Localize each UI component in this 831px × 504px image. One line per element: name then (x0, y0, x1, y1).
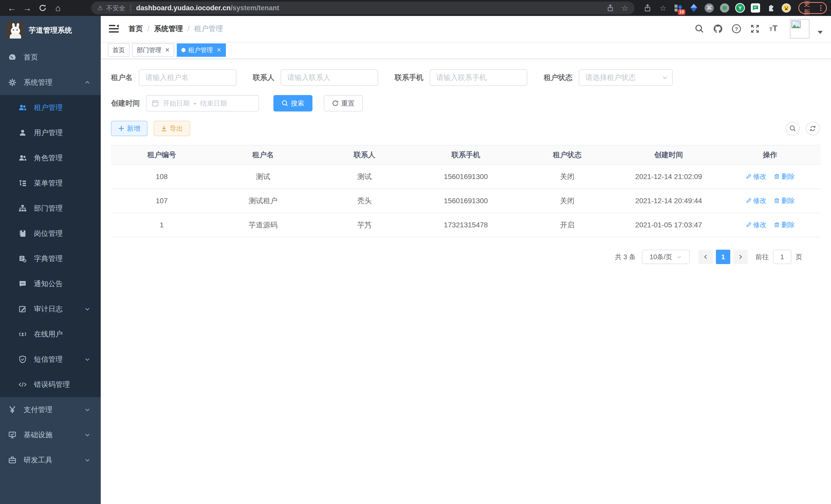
next-page-button[interactable] (733, 250, 748, 264)
puzzle-extensions-icon[interactable] (766, 3, 776, 13)
page-size-select[interactable]: 10条/页 (642, 250, 690, 264)
refresh-table-icon-button[interactable] (806, 121, 820, 136)
status-select[interactable]: 请选择租户状态 (579, 69, 673, 86)
edit-link[interactable]: 修改 (745, 172, 767, 181)
sidebar-item-5[interactable]: 菜单管理 (0, 171, 101, 196)
back-icon[interactable]: ← (4, 1, 20, 15)
bookmark-star-icon[interactable]: ☆ (621, 4, 628, 12)
delete-link[interactable]: 删除 (774, 196, 795, 205)
phone-label: 联系手机 (395, 73, 424, 83)
reset-button[interactable]: 重置 (324, 95, 363, 112)
edit-link[interactable]: 修改 (745, 196, 767, 205)
pay-yen-icon (8, 406, 17, 414)
share-icon[interactable] (643, 3, 652, 13)
cell-id: 107 (111, 189, 212, 213)
gear-icon (8, 78, 17, 87)
sidebar-item-2[interactable]: 租户管理 (0, 95, 101, 120)
chevron-left-icon (703, 254, 709, 260)
sidebar-item-3[interactable]: 用户管理 (0, 120, 101, 145)
edit-link[interactable]: 修改 (745, 220, 767, 229)
tab-2[interactable]: 租户管理✕ (177, 43, 226, 57)
page-number-button[interactable]: 1 (716, 250, 730, 264)
share-icon[interactable] (606, 4, 614, 12)
sidebar-item-13[interactable]: 错误码管理 (0, 372, 101, 397)
address-bar[interactable]: ⚠ 不安全 dashboard.yudao.iocoder.cn/system/… (91, 2, 634, 14)
cell-status: 关闭 (516, 189, 618, 213)
sidebar-item-label: 通知公告 (34, 279, 63, 289)
sidebar-item-16[interactable]: 研发工具 (0, 447, 101, 473)
date-start-placeholder: 开始日期 (163, 99, 190, 108)
contact-input[interactable] (281, 69, 378, 86)
chevron-right-icon (738, 254, 743, 260)
font-size-icon[interactable]: TT (768, 24, 779, 34)
sidebar-item-15[interactable]: 基础设施 (0, 422, 101, 447)
command-icon[interactable]: ⌘ (704, 3, 714, 13)
sidebar-item-label: 岗位管理 (34, 229, 63, 238)
breadcrumb-system[interactable]: 系统管理 (154, 24, 183, 34)
sidebar-item-label: 角色管理 (34, 153, 63, 163)
help-icon[interactable]: ? (731, 24, 742, 34)
infra-monitor-icon (8, 431, 17, 439)
app-logo[interactable]: 芋道管理系统 (0, 16, 101, 45)
sidebar-item-11[interactable]: 在线用户 (0, 322, 101, 347)
tab-0[interactable]: 首页 (108, 43, 130, 57)
tenant-name-label: 租户名 (111, 73, 133, 83)
chat-logo-icon[interactable] (751, 3, 760, 13)
cell-name: 测试租户 (212, 189, 314, 213)
emoji-avatar-icon[interactable] (781, 3, 791, 13)
cell-phone: 15601691300 (415, 165, 517, 189)
sidebar-item-9[interactable]: 通知公告 (0, 271, 101, 296)
date-separator: - (194, 99, 196, 108)
browser-menu-icon[interactable] (820, 5, 822, 11)
filter-row-1: 租户名 联系人 联系手机 租户状态 请选择租户状态 (111, 69, 821, 86)
add-button[interactable]: 新增 (111, 121, 147, 136)
cell-contact: 芋艿 (314, 213, 415, 237)
chevron-down-icon (662, 75, 668, 81)
status-dot-icon[interactable] (720, 3, 729, 13)
home-icon[interactable]: ⌂ (50, 1, 65, 15)
tenant-name-input[interactable] (139, 69, 236, 86)
tab-1[interactable]: 部门管理✕ (132, 43, 174, 57)
delete-link[interactable]: 删除 (774, 220, 795, 229)
header-search-icon[interactable] (694, 24, 705, 34)
search-button[interactable]: 搜索 (274, 95, 312, 112)
bookmark-star-icon[interactable]: ☆ (658, 3, 668, 13)
sidebar-item-12[interactable]: 短信管理 (0, 347, 101, 372)
sidebar-item-1[interactable]: 系统管理 (0, 70, 101, 95)
tab-close-icon[interactable]: ✕ (217, 47, 221, 53)
tab-close-icon[interactable]: ✕ (165, 47, 170, 53)
github-icon[interactable] (713, 24, 723, 34)
avatar-dropdown-caret-icon[interactable] (818, 31, 823, 34)
sidebar-item-0[interactable]: 首页 (0, 45, 101, 70)
reload-icon[interactable] (35, 1, 50, 15)
create-time-range-picker[interactable]: 开始日期 - 结束日期 (146, 95, 259, 112)
chevron-down-icon (84, 407, 90, 413)
delete-link[interactable]: 删除 (774, 172, 795, 181)
breadcrumb-home[interactable]: 首页 (128, 24, 143, 34)
extension-blue-diamond-icon[interactable]: 10 (674, 3, 683, 13)
y-logo-icon[interactable]: Y (735, 3, 745, 13)
sidebar-item-10[interactable]: 审计日志 (0, 296, 101, 322)
prev-page-button[interactable] (698, 250, 713, 264)
toggle-search-icon-button[interactable] (786, 121, 800, 136)
phone-input[interactable] (430, 69, 527, 86)
chevron-down-icon (676, 254, 682, 260)
forward-icon[interactable]: → (20, 1, 35, 15)
sidebar-item-6[interactable]: 部门管理 (0, 196, 101, 221)
sidebar-toggle-icon[interactable] (109, 24, 119, 34)
logo-rabbit-image (7, 22, 23, 38)
kite-icon[interactable] (689, 3, 699, 13)
user-avatar-broken-image[interactable] (790, 19, 809, 38)
user-icon (19, 129, 27, 137)
export-button[interactable]: 导出 (154, 121, 190, 136)
sidebar-item-label: 用户管理 (34, 128, 63, 138)
table-row: 108测试测试15601691300关闭2021-12-14 21:02:09修… (111, 165, 821, 189)
online-users-icon (19, 330, 27, 338)
sidebar-item-8[interactable]: 字典管理 (0, 246, 101, 271)
fullscreen-icon[interactable] (750, 24, 760, 34)
goto-page-input[interactable] (773, 250, 792, 264)
sidebar-item-7[interactable]: 岗位管理 (0, 221, 101, 246)
browser-update-button[interactable]: 更新 (798, 2, 827, 14)
sidebar-item-4[interactable]: 角色管理 (0, 145, 101, 171)
sidebar-item-14[interactable]: 支付管理 (0, 397, 101, 422)
